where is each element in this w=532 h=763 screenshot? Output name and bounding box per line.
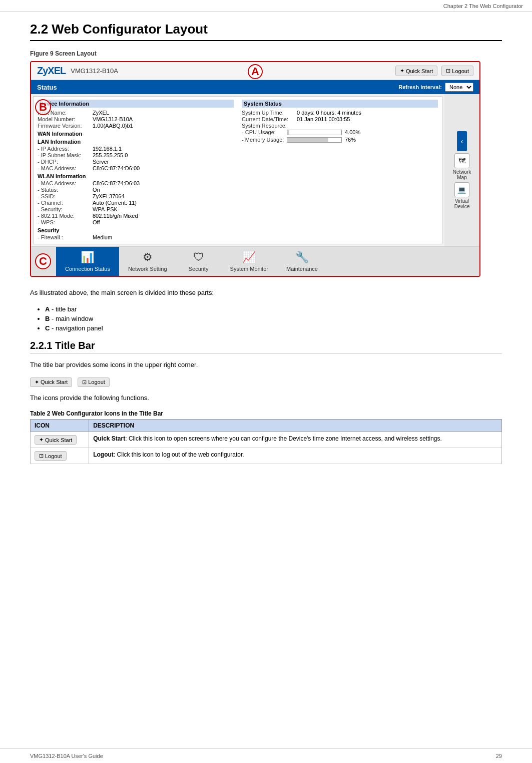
quick-start-button[interactable]: ✦ Quick Start [395,66,437,76]
system-resource-row: System Resource: [242,123,438,129]
connection-status-label: Connection Status [65,266,110,272]
figure-label: Figure 9 Screen Layout [30,50,502,57]
logout-button[interactable]: ⊡ Logout [441,66,473,76]
info-row: - IP Subnet Mask: 255.255.255.0 [38,152,234,158]
title-bar-actions: ✦ Quick Start ⊡ Logout [395,66,473,76]
lo-icon: ⊡ [39,453,44,459]
button-preview: ✦ Quick Start ⊡ Logout [30,377,502,387]
system-monitor-label: System Monitor [230,266,268,272]
info-row: - MAC Address: C8:6C:87:74:D6:00 [38,165,234,171]
refresh-select[interactable]: None [445,83,473,92]
cpu-progress-bar [287,130,342,135]
info-row: Host Name: ZyXEL [38,110,234,116]
lo-desc-text: : Click this icon to log out of the web … [114,451,244,458]
list-item-a: A - title bar [45,305,502,313]
quick-start-desc-cell: Quick Start: Click this icon to open scr… [89,432,502,448]
wlan-info-title: WLAN Information [38,173,234,179]
virtual-device-icon: 💻 [454,182,469,197]
main-content: 2.2 Web Configurator Layout Figure 9 Scr… [0,12,532,484]
info-row: - SSID: ZyXEL37064 [38,193,234,199]
chevron-left-icon[interactable]: ‹ [457,131,467,151]
info-row: - IP Address: 192.168.1.1 [38,146,234,152]
logout-preview: ⊡ Logout [78,377,110,387]
info-row: - 802.11 Mode: 802.11b/g/n Mixed [38,213,234,219]
subsection-description: The title bar provides some icons in the… [30,360,502,370]
mem-progress-bar [287,137,342,143]
quick-start-icon: ✦ [400,68,404,74]
zyxel-logo: ZyXEL [37,65,66,77]
info-row: - DHCP: Server [38,159,234,165]
security-label: Security [189,266,209,272]
main-window: B Device Information Host Name: ZyXEL Mo… [31,94,479,246]
system-monitor-icon: 📈 [242,251,256,264]
logout-table-btn: ⊡ Logout [35,451,67,461]
cpu-label: - CPU Usage: [242,129,287,135]
system-status-title: System Status [242,100,438,108]
device-info-title: Device Information [38,100,234,108]
list-item-b: B - main window [45,315,502,322]
maintenance-icon: 🔧 [295,251,309,264]
status-panel: Device Information Host Name: ZyXEL Mode… [33,96,442,244]
qs-bold: Quick Start [93,435,125,442]
quick-start-preview-label: Quick Start [41,379,68,385]
footer-right: 29 [496,753,502,759]
mem-label: - Memory Usage: [242,137,287,143]
system-uptime-row: System Up Time: 0 days: 0 hours: 4 minut… [242,110,438,116]
mem-progress-fill [287,138,328,142]
network-setting-label: Network Setting [128,266,167,272]
title-bar: ZyXEL VMG1312-B10A A ✦ Quick Start ⊡ Log… [31,62,479,80]
footer-left: VMG1312-B10A User's Guide [30,753,103,759]
nav-maintenance[interactable]: 🔧 Maintenance [277,247,327,276]
lan-info-title: LAN Information [38,139,234,145]
logout-preview-icon: ⊡ [82,379,87,386]
security-title: Security [38,227,234,233]
network-map-button[interactable]: 🗺 NetworkMap [453,153,471,180]
table2-caption: Table 2 Web Configurator Icons in the Ti… [30,410,502,417]
quick-start-preview: ✦ Quick Start [30,377,72,387]
page-header: Chapter 2 The Web Configurator [0,0,532,12]
qs-label: Quick Start [45,437,72,443]
system-status-section: System Status System Up Time: 0 days: 0 … [238,97,442,244]
network-map-icon: 🗺 [454,153,469,168]
current-datetime-row: Current Date/Time: 01 Jan 2011 00:03:55 [242,116,438,122]
cpu-percent: 4.00% [345,129,360,135]
list-item-c: C - navigation panel [45,324,502,332]
qs-desc-text: : Click this icon to open screens where … [125,435,442,442]
refresh-row: Refresh interval: None [398,83,473,92]
model-name: VMG1312-B10A [71,67,118,75]
info-row: - Channel: Auto (Current: 11) [38,200,234,206]
label-a: A [248,64,263,79]
status-header-bar: Status Refresh interval: None [31,80,479,94]
maintenance-label: Maintenance [286,266,318,272]
nav-security[interactable]: 🛡 Security [176,247,221,276]
lo-label: Logout [45,453,62,459]
quick-start-preview-icon: ✦ [35,379,39,386]
quick-start-icon-cell: ✦ Quick Start [31,432,89,448]
col-icon: ICON [31,420,89,432]
nav-connection-status[interactable]: 📊 Connection Status [56,247,119,276]
connection-status-icon: 📊 [81,251,94,264]
virtual-device-button[interactable]: 💻 VirtualDevice [454,182,470,209]
right-panel: ‹ 🗺 NetworkMap 💻 VirtualDevice [444,94,479,246]
qs-icon: ✦ [39,437,44,443]
logout-preview-label: Logout [88,379,105,385]
subsection-title-221: 2.2.1 Title Bar [30,340,502,354]
label-b: B [35,99,51,115]
chapter-header: Chapter 2 The Web Configurator [443,3,523,9]
info-row: - Security: WPA-PSK [38,206,234,212]
info-row: - MAC Address: C8:6C:87:74:D6:03 [38,180,234,186]
nav-system-monitor[interactable]: 📈 System Monitor [221,247,277,276]
bullet-list: A - title bar B - main window C - naviga… [45,305,502,332]
cpu-usage-row: - CPU Usage: 4.00% [242,129,438,135]
config-table: ICON DESCRIPTION ✦ Quick Start Quick Sta… [30,419,502,464]
info-row: - Firewall : Medium [38,234,234,240]
logo-area: ZyXEL VMG1312-B10A [37,65,118,77]
nav-network-setting[interactable]: ⚙ Network Setting [119,247,176,276]
section-title: 2.2 Web Configurator Layout [30,22,502,41]
refresh-label: Refresh interval: [398,84,442,90]
status-body: Device Information Host Name: ZyXEL Mode… [34,97,442,244]
lo-bold: Logout [93,451,114,458]
screenshot-container: ZyXEL VMG1312-B10A A ✦ Quick Start ⊡ Log… [30,61,480,277]
logout-desc-cell: Logout: Click this icon to log out of th… [89,448,502,464]
table-row: ✦ Quick Start Quick Start: Click this ic… [31,432,502,448]
